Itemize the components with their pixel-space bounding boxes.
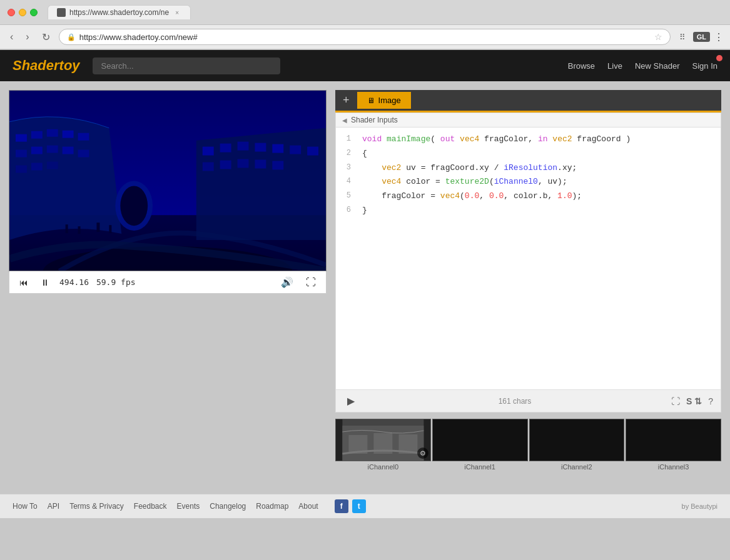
svg-rect-11: [63, 147, 74, 154]
svg-rect-22: [272, 144, 283, 153]
close-traffic-light[interactable]: [8, 9, 15, 16]
browser-tab[interactable]: https://www.shadertoy.com/ne ×: [48, 5, 191, 19]
code-line-4: 4 vec4 color = texture2D(iChannel0, uv);: [336, 175, 721, 189]
maximize-traffic-light[interactable]: [30, 9, 38, 16]
svg-rect-33: [109, 225, 111, 233]
footer-how-to[interactable]: How To: [13, 502, 38, 511]
s-button[interactable]: S ⇅: [686, 396, 702, 406]
tab-display-icon: 🖥: [367, 96, 375, 105]
footer-changelog[interactable]: Changelog: [210, 502, 246, 511]
fullscreen-button[interactable]: ⛶: [303, 276, 318, 289]
browser-nav: ‹ › ↻ 🔒 https://www.shadertoy.com/new# ☆…: [0, 25, 730, 49]
code-line-2: 2 {: [336, 147, 721, 161]
channel-thumb-1[interactable]: [432, 419, 528, 461]
player-controls: ⏮ ⏸ 494.16 59.9 fps 🔊 ⛶: [9, 271, 327, 294]
svg-rect-7: [78, 133, 89, 141]
extensions-button[interactable]: ⠿: [676, 31, 689, 43]
tab-bar: https://www.shadertoy.com/ne ×: [48, 5, 191, 19]
line-content: }: [358, 204, 721, 218]
channel-thumb-3[interactable]: [626, 419, 721, 461]
channel-item-0: ⚙ iChannel0: [335, 419, 431, 471]
channel-preview-0: [336, 419, 430, 461]
image-tab-label: Image: [378, 96, 401, 105]
nav-actions: ⠿ GL ⋮: [676, 31, 724, 43]
live-link[interactable]: Live: [607, 61, 622, 71]
help-button[interactable]: ?: [708, 396, 713, 406]
browser-menu-button[interactable]: ⋮: [714, 31, 724, 43]
chars-info: 161 chars: [365, 397, 665, 406]
line-content: fragColor = vec4(0.0, 0.0, color.b, 1.0)…: [358, 190, 721, 203]
svg-rect-21: [255, 143, 266, 152]
twitter-icon[interactable]: t: [352, 499, 366, 513]
browse-link[interactable]: Browse: [568, 61, 595, 71]
notification-dot: [716, 55, 722, 61]
add-tab-button[interactable]: +: [335, 90, 357, 111]
bookmark-icon[interactable]: ☆: [654, 32, 662, 42]
reload-button[interactable]: ↻: [38, 30, 54, 44]
channel-thumb-0[interactable]: ⚙: [335, 419, 431, 461]
back-button[interactable]: ‹: [6, 30, 17, 44]
expand-button[interactable]: ⛶: [671, 396, 680, 406]
line-content: void mainImage( out vec4 fragColor, in v…: [358, 133, 721, 146]
footer-feedback[interactable]: Feedback: [134, 502, 167, 511]
lock-icon: 🔒: [67, 33, 76, 41]
app-footer: How To API Terms & Privacy Feedback Even…: [0, 494, 730, 518]
footer-about[interactable]: About: [298, 502, 318, 511]
sign-in-link[interactable]: Sign In: [692, 61, 717, 71]
footer-roadmap[interactable]: Roadmap: [256, 502, 288, 511]
svg-rect-30: [66, 224, 68, 233]
svg-rect-23: [290, 146, 301, 154]
channel-item-3: iChannel3: [626, 419, 721, 471]
svg-rect-3: [16, 134, 27, 142]
line-number: 1: [336, 133, 358, 146]
preview-panel: ⏮ ⏸ 494.16 59.9 fps 🔊 ⛶: [9, 90, 327, 485]
channel-strip: ⚙ iChannel0 iChannel1 iChannel2 iChannel…: [335, 419, 721, 471]
line-number: 5: [336, 190, 358, 203]
svg-rect-28: [255, 160, 266, 169]
channel-thumb-2[interactable]: [529, 419, 625, 461]
url-text: https://www.shadertoy.com/new#: [79, 32, 651, 42]
footer-api[interactable]: API: [48, 502, 59, 511]
channel-label-3: iChannel3: [626, 463, 721, 471]
preview-svg: [9, 91, 326, 271]
channel-label-0: iChannel0: [335, 463, 431, 471]
app-logo[interactable]: Shadertoy: [13, 58, 80, 74]
footer-terms[interactable]: Terms & Privacy: [69, 502, 124, 511]
address-bar[interactable]: 🔒 https://www.shadertoy.com/new# ☆: [59, 29, 671, 45]
svg-rect-13: [16, 166, 27, 173]
minimize-traffic-light[interactable]: [19, 9, 26, 16]
svg-rect-27: [238, 159, 249, 168]
code-line-1: 1 void mainImage( out vec4 fragColor, in…: [336, 132, 721, 147]
channel-label-2: iChannel2: [529, 463, 625, 471]
channel-item-2: iChannel2: [529, 419, 625, 471]
search-input[interactable]: [93, 58, 280, 74]
svg-rect-8: [16, 150, 27, 158]
svg-rect-19: [220, 144, 231, 152]
svg-rect-5: [47, 129, 58, 137]
svg-rect-4: [31, 131, 43, 139]
triangle-icon: ◀: [342, 117, 347, 124]
code-editor[interactable]: 1 void mainImage( out vec4 fragColor, in…: [335, 128, 721, 390]
svg-rect-6: [63, 131, 74, 138]
line-number: 4: [336, 176, 358, 189]
image-tab[interactable]: 🖥 Image: [357, 92, 411, 109]
pause-button[interactable]: ⏸: [38, 276, 52, 289]
svg-rect-12: [78, 150, 89, 158]
svg-rect-24: [307, 147, 318, 156]
compile-button[interactable]: ▶: [343, 394, 358, 408]
gl-badge: GL: [693, 32, 710, 42]
restart-button[interactable]: ⏮: [17, 276, 31, 289]
svg-rect-31: [78, 226, 81, 234]
new-shader-link[interactable]: New Shader: [635, 61, 680, 71]
svg-rect-10: [47, 146, 58, 153]
forward-button[interactable]: ›: [22, 30, 33, 44]
tab-close-button[interactable]: ×: [173, 8, 181, 17]
tab-favicon: [57, 8, 66, 17]
facebook-icon[interactable]: f: [335, 499, 348, 513]
svg-rect-26: [220, 161, 231, 169]
code-line-3: 3 vec2 uv = fragCoord.xy / iResolution.x…: [336, 161, 721, 176]
channel-gear-icon[interactable]: ⚙: [417, 448, 428, 459]
volume-button[interactable]: 🔊: [278, 275, 296, 289]
line-content: vec2 uv = fragCoord.xy / iResolution.xy;: [358, 162, 721, 175]
footer-events[interactable]: Events: [177, 502, 200, 511]
